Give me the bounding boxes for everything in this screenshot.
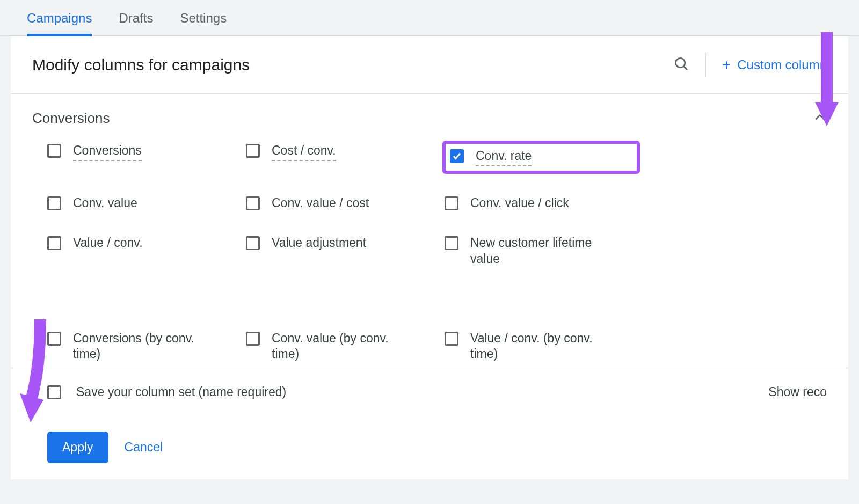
column-option[interactable]: Conv. value / cost: [246, 195, 439, 211]
column-option[interactable]: Conversions (by conv. time): [47, 331, 241, 363]
show-recommended-link[interactable]: Show reco: [768, 385, 827, 399]
checkbox-icon[interactable]: [47, 332, 61, 346]
checkbox-icon[interactable]: [246, 236, 260, 250]
checkbox-checked-icon[interactable]: [450, 149, 464, 163]
section-title: Conversions: [32, 110, 110, 127]
checkbox-icon[interactable]: [47, 144, 61, 158]
column-option-label: Value adjustment: [272, 235, 366, 251]
checkbox-icon[interactable]: [445, 236, 458, 250]
column-option-label: Conv. rate: [476, 148, 532, 166]
custom-column-button[interactable]: + Custom column: [722, 56, 827, 74]
column-option-label: Conv. value / cost: [272, 195, 369, 211]
column-option[interactable]: Conv. value: [47, 195, 241, 211]
column-option[interactable]: Conversions: [47, 143, 241, 172]
top-tabs: Campaigns Drafts Settings: [0, 0, 859, 36]
checkbox-icon[interactable]: [246, 332, 260, 346]
column-option-label: Conv. value / click: [470, 195, 569, 211]
tab-campaigns[interactable]: Campaigns: [27, 11, 92, 35]
cancel-button[interactable]: Cancel: [125, 440, 163, 455]
panel-header: Modify columns for campaigns + Custom co…: [11, 36, 848, 94]
column-option[interactable]: Conv. value (by conv. time): [246, 331, 439, 363]
tab-settings[interactable]: Settings: [180, 11, 227, 35]
column-option-label: Value / conv.: [73, 235, 143, 251]
checkbox-icon[interactable]: [246, 144, 260, 158]
section-header-conversions[interactable]: Conversions: [11, 94, 848, 137]
checkbox-grid: ConversionsCost / conv.Conv. rateConv. v…: [11, 137, 848, 362]
column-option-label: Conv. value (by conv. time): [272, 331, 406, 363]
checkbox-icon[interactable]: [246, 196, 260, 210]
grid-gap: [47, 291, 638, 307]
chevron-up-icon: [813, 111, 827, 127]
custom-column-label: Custom column: [737, 57, 827, 72]
button-row: Apply Cancel: [47, 432, 827, 463]
svg-point-0: [675, 58, 685, 68]
modify-columns-panel: Modify columns for campaigns + Custom co…: [11, 36, 848, 479]
column-option-label: Value / conv. (by conv. time): [470, 331, 605, 363]
column-option[interactable]: Cost / conv.: [246, 143, 439, 172]
column-option[interactable]: New customer lifetime value: [445, 235, 638, 267]
tab-drafts[interactable]: Drafts: [119, 11, 153, 35]
column-option[interactable]: Conv. rate: [445, 143, 638, 172]
column-option[interactable]: Conv. value / click: [445, 195, 638, 211]
search-icon[interactable]: [673, 56, 689, 74]
checkbox-icon[interactable]: [47, 236, 61, 250]
apply-button[interactable]: Apply: [47, 432, 108, 463]
column-option-label: Conversions (by conv. time): [73, 331, 207, 363]
divider: [705, 53, 706, 77]
column-option-label: Conv. value: [73, 195, 137, 211]
plus-icon: +: [722, 56, 731, 74]
column-option[interactable]: Value adjustment: [246, 235, 439, 267]
header-actions: + Custom column: [673, 53, 827, 77]
checkbox-icon[interactable]: [445, 332, 458, 346]
save-column-set-checkbox[interactable]: [47, 385, 61, 399]
column-option[interactable]: Value / conv. (by conv. time): [445, 331, 638, 363]
svg-line-1: [684, 67, 687, 70]
column-option-label: Cost / conv.: [272, 143, 336, 161]
checkbox-icon[interactable]: [47, 196, 61, 210]
column-option[interactable]: Value / conv.: [47, 235, 241, 267]
panel-title: Modify columns for campaigns: [32, 56, 673, 74]
column-option-label: Conversions: [73, 143, 142, 161]
save-left: Save your column set (name required): [47, 384, 286, 399]
save-row: Save your column set (name required) Sho…: [47, 384, 827, 399]
columns-scroll-area: ConversionsCost / conv.Conv. rateConv. v…: [11, 137, 848, 362]
checkbox-icon[interactable]: [445, 196, 458, 210]
column-option-label: New customer lifetime value: [470, 235, 605, 267]
footer-area: Save your column set (name required) Sho…: [11, 368, 848, 479]
save-column-set-label: Save your column set (name required): [76, 385, 286, 399]
